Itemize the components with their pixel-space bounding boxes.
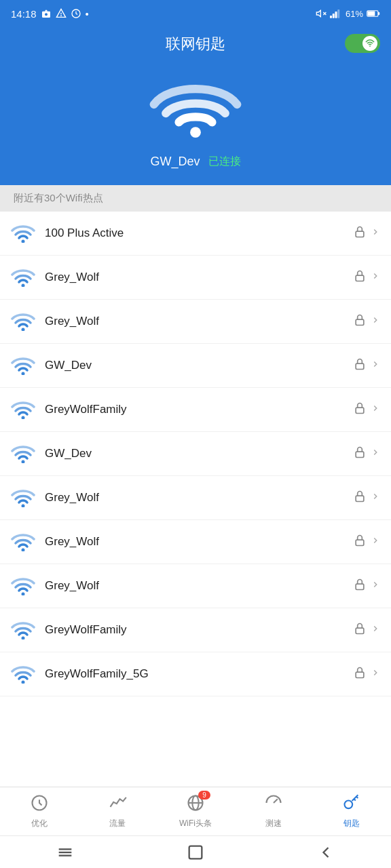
wifi-signal-icon bbox=[11, 312, 35, 331]
wifi-signal-icon bbox=[11, 620, 35, 639]
svg-rect-13 bbox=[378, 12, 379, 15]
svg-point-21 bbox=[22, 328, 25, 332]
wifi-list-item[interactable]: Grey_Wolf bbox=[0, 520, 391, 564]
nav-item-wifiheadline[interactable]: 9 WiFi头条 bbox=[156, 788, 234, 835]
wifi-list: 100 Plus Active Grey_Wolf bbox=[0, 212, 391, 787]
wifi-network-name: Grey_Wolf bbox=[45, 535, 353, 549]
wifi-list-item[interactable]: GreyWolfFamily bbox=[0, 388, 391, 432]
alert-icon bbox=[56, 8, 67, 19]
wifi-list-item[interactable]: GreyWolfFamily_5G bbox=[0, 652, 391, 696]
nav-item-optimize[interactable]: 优化 bbox=[0, 788, 78, 835]
wifi-list-item[interactable]: Grey_Wolf bbox=[0, 300, 391, 344]
chevron-right-icon bbox=[371, 624, 380, 636]
lock-icon bbox=[353, 357, 367, 374]
nav-back[interactable] bbox=[316, 843, 335, 862]
wifi-icon-large bbox=[148, 71, 243, 141]
svg-rect-11 bbox=[337, 9, 339, 18]
svg-point-23 bbox=[22, 372, 25, 376]
wifi-list-item[interactable]: GW_Dev bbox=[0, 344, 391, 388]
section-header: 附近有30个Wifi热点 bbox=[0, 185, 391, 212]
wifi-item-actions bbox=[353, 622, 380, 638]
svg-rect-30 bbox=[356, 496, 364, 501]
wifi-item-actions bbox=[353, 666, 380, 682]
svg-rect-24 bbox=[356, 363, 364, 369]
wifi-list-item[interactable]: 100 Plus Active bbox=[0, 212, 391, 256]
wifi-signal-icon bbox=[11, 268, 35, 287]
app-header: 联网钥匙 GW_Dev 已连接 bbox=[0, 27, 391, 185]
wifi-item-actions bbox=[353, 225, 380, 241]
wifi-item-actions bbox=[353, 269, 380, 285]
svg-point-25 bbox=[22, 416, 25, 420]
nav-icon bbox=[108, 793, 127, 815]
wifi-list-item[interactable]: GreyWolfFamily bbox=[0, 608, 391, 652]
svg-rect-10 bbox=[335, 12, 337, 18]
chevron-right-icon bbox=[371, 492, 380, 504]
chevron-right-icon bbox=[371, 448, 380, 460]
lock-icon bbox=[353, 578, 367, 594]
svg-point-37 bbox=[22, 681, 25, 684]
svg-point-27 bbox=[22, 460, 25, 464]
svg-rect-20 bbox=[356, 275, 364, 281]
chevron-right-icon bbox=[371, 668, 380, 680]
svg-rect-36 bbox=[356, 628, 364, 633]
wifi-signal-icon bbox=[11, 356, 35, 375]
svg-point-29 bbox=[22, 505, 25, 508]
svg-point-19 bbox=[22, 284, 25, 288]
svg-point-16 bbox=[190, 127, 201, 138]
svg-marker-5 bbox=[316, 10, 320, 16]
wifi-item-actions bbox=[353, 578, 380, 594]
svg-rect-8 bbox=[330, 16, 332, 18]
svg-rect-38 bbox=[356, 672, 364, 677]
nav-item-speedtest[interactable]: 测速 bbox=[235, 788, 313, 835]
nav-icon bbox=[264, 793, 283, 815]
toggle-knob bbox=[362, 36, 377, 51]
wifi-network-name: GreyWolfFamily bbox=[45, 403, 353, 416]
wifi-signal-icon bbox=[11, 665, 35, 684]
svg-point-3 bbox=[60, 16, 61, 16]
lock-icon bbox=[353, 313, 367, 330]
nav-label: 优化 bbox=[31, 818, 48, 829]
svg-rect-22 bbox=[356, 319, 364, 325]
nav-label: 测速 bbox=[265, 818, 282, 829]
svg-rect-34 bbox=[356, 584, 364, 589]
nav-icon bbox=[342, 793, 361, 815]
lock-icon bbox=[353, 490, 367, 506]
connected-row: GW_Dev 已连接 bbox=[150, 155, 240, 169]
nav-home[interactable] bbox=[186, 843, 205, 862]
nav-item-traffic[interactable]: 流量 bbox=[78, 788, 156, 835]
status-right: 61% bbox=[316, 8, 380, 19]
connected-ssid: GW_Dev bbox=[150, 155, 200, 169]
wifi-network-name: GreyWolfFamily_5G bbox=[45, 667, 353, 681]
wifi-list-item[interactable]: Grey_Wolf bbox=[0, 256, 391, 300]
nav-label: 流量 bbox=[109, 818, 126, 829]
wifi-toggle[interactable] bbox=[345, 34, 380, 53]
svg-rect-48 bbox=[189, 846, 202, 859]
lock-icon bbox=[353, 666, 367, 682]
system-nav bbox=[0, 835, 391, 868]
lock-icon bbox=[353, 269, 367, 285]
svg-point-1 bbox=[45, 13, 48, 16]
wifi-signal-icon bbox=[11, 576, 35, 595]
wifi-network-name: Grey_Wolf bbox=[45, 315, 353, 328]
lock-icon bbox=[353, 622, 367, 638]
mute-icon bbox=[316, 8, 327, 19]
svg-rect-18 bbox=[356, 231, 364, 237]
wifi-list-item[interactable]: Grey_Wolf bbox=[0, 476, 391, 520]
chevron-right-icon bbox=[371, 403, 380, 416]
wifi-item-actions bbox=[353, 490, 380, 506]
wifi-list-item[interactable]: GW_Dev bbox=[0, 432, 391, 476]
nav-item-keys[interactable]: 钥匙 bbox=[313, 788, 391, 835]
wifi-list-item[interactable]: Grey_Wolf bbox=[0, 564, 391, 608]
wifi-item-actions bbox=[353, 446, 380, 462]
lock-icon bbox=[353, 446, 367, 462]
time: 14:18 bbox=[11, 8, 37, 20]
app-title: 联网钥匙 bbox=[166, 34, 225, 54]
svg-point-17 bbox=[22, 240, 25, 243]
chevron-right-icon bbox=[371, 315, 380, 328]
wifi-network-name: Grey_Wolf bbox=[45, 271, 353, 284]
wifi-item-actions bbox=[353, 313, 380, 330]
wifi-signal-icon bbox=[11, 224, 35, 243]
svg-rect-9 bbox=[333, 14, 335, 18]
battery-icon bbox=[367, 9, 380, 18]
nav-menu[interactable] bbox=[56, 843, 75, 862]
